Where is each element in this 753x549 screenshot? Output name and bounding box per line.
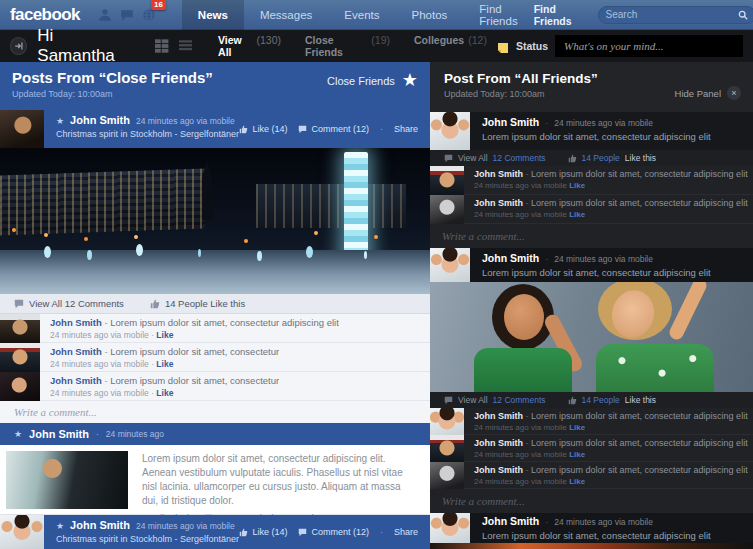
avatar[interactable] (430, 408, 464, 435)
star-icon[interactable]: ★ (402, 71, 418, 89)
greeting-bar: Hi Samantha View All (130) Close Friends… (0, 30, 753, 62)
enter-arrow-icon[interactable] (10, 37, 27, 55)
write-comment-input[interactable] (442, 495, 737, 507)
comment-author[interactable]: John Smith (474, 438, 523, 448)
comment-author[interactable]: John Smith (50, 375, 102, 386)
post-author[interactable]: John Smith (29, 428, 89, 440)
separator: - (526, 438, 529, 448)
avatar[interactable] (0, 515, 44, 549)
share-button[interactable]: Share (394, 527, 418, 537)
comment-like-link[interactable]: Like (569, 210, 585, 219)
close-icon[interactable]: × (727, 86, 741, 100)
find-friends-button[interactable]: Find Friends (534, 3, 586, 27)
comment-like-link[interactable]: Like (569, 181, 585, 190)
comment-author[interactable]: John Smith (474, 411, 523, 421)
hide-panel-label: Hide Panel (675, 88, 721, 99)
tab-view-all[interactable]: View All (130) (218, 34, 281, 58)
search-input[interactable] (606, 9, 738, 20)
nav-find-friends[interactable]: Find Friends (463, 0, 533, 30)
close-friends-filter[interactable]: Close Friends ★ (327, 71, 418, 110)
comment-meta: 24 minutes ago via mobile (474, 477, 567, 486)
post-photo-partial[interactable] (430, 543, 753, 549)
status-note-icon[interactable] (497, 40, 509, 52)
post-author[interactable]: John Smith (70, 114, 130, 126)
avatar[interactable] (430, 112, 470, 150)
hide-panel-button[interactable]: Hide Panel × (675, 74, 741, 112)
feed-tabs: View All (130) Close Friends (19) Colleg… (218, 34, 487, 58)
avatar[interactable] (6, 451, 128, 509)
avatar[interactable] (0, 372, 40, 401)
search-box[interactable] (598, 6, 753, 24)
nav-messages[interactable]: Messages (244, 0, 328, 30)
avatar[interactable] (0, 110, 44, 148)
tab-close-friends[interactable]: Close Friends (19) (305, 34, 390, 58)
like-button[interactable]: Like (14) (239, 124, 287, 134)
separator: - (104, 375, 107, 386)
avatar[interactable] (430, 462, 464, 489)
share-button[interactable]: Share (394, 124, 418, 134)
avatar[interactable] (430, 195, 464, 224)
tab-collegues[interactable]: Collegues (12) (414, 34, 487, 58)
friend-requests-icon[interactable] (98, 8, 112, 22)
comment-like-link[interactable]: Like (569, 477, 585, 486)
people-like-link[interactable]: 14 PeopleLike this (568, 153, 656, 163)
likes-count-link[interactable]: 14 People (582, 153, 620, 163)
comment-like-link[interactable]: Like (156, 388, 173, 398)
tab-label: View All (218, 34, 252, 58)
comment-author[interactable]: John Smith (50, 317, 102, 328)
comment-like-link[interactable]: Like (569, 450, 585, 459)
list-view-icon[interactable] (179, 39, 192, 53)
like-button[interactable]: Like (14) (239, 527, 287, 537)
star-icon: ★ (14, 429, 22, 439)
people-like-link[interactable]: 14 PeopleLike this (568, 395, 656, 405)
messages-icon[interactable] (120, 8, 134, 22)
notification-badge[interactable]: 16 (151, 0, 166, 10)
post-author[interactable]: John Smith (482, 515, 539, 527)
status-label[interactable]: Status (516, 40, 548, 52)
facebook-logo[interactable]: facebook (10, 5, 80, 25)
write-comment-input[interactable] (442, 230, 737, 242)
tab-label: Close Friends (305, 34, 367, 58)
people-like-link[interactable]: 14 People Like this (150, 298, 245, 309)
likes-count-link[interactable]: 14 People (582, 395, 620, 405)
comment-like-link[interactable]: Like (569, 423, 585, 432)
comments-count-link[interactable]: 12 Comments (493, 395, 546, 405)
comment-author[interactable]: John Smith (50, 346, 102, 357)
post-photo-friends[interactable] (430, 282, 753, 392)
view-all-comments-link[interactable]: View All12 Comments (444, 395, 546, 405)
comment-author[interactable]: John Smith (474, 198, 523, 208)
separator: · (151, 359, 154, 369)
view-all-comments-link[interactable]: View All 12 Comments (14, 298, 124, 309)
separator: - (104, 317, 107, 328)
comment-meta: 24 minutes ago via mobile (50, 359, 149, 369)
comment-button[interactable]: Comment (12) (298, 527, 369, 537)
status-composer: Status (497, 35, 743, 57)
separator: · (545, 254, 548, 264)
post-author[interactable]: John Smith (70, 519, 130, 531)
post-author[interactable]: John Smith (482, 252, 539, 264)
avatar[interactable] (430, 513, 470, 543)
write-comment-input[interactable] (14, 406, 409, 418)
search-icon[interactable] (738, 10, 748, 20)
comments-count-link[interactable]: 12 Comments (493, 153, 546, 163)
nav-photos[interactable]: Photos (395, 0, 463, 30)
avatar[interactable] (430, 248, 470, 282)
comment-author[interactable]: John Smith (474, 169, 523, 179)
view-all-comments-link[interactable]: View All12 Comments (444, 153, 546, 163)
nav-events[interactable]: Events (328, 0, 395, 30)
grid-view-icon[interactable] (155, 39, 168, 53)
comment-like-link[interactable]: Like (156, 359, 173, 369)
avatar[interactable] (430, 166, 464, 195)
avatar[interactable] (430, 435, 464, 462)
post-author[interactable]: John Smith (482, 116, 539, 128)
avatar[interactable] (0, 314, 40, 343)
post-photo-stockholm[interactable] (0, 148, 430, 294)
greeting-text: Hi Samantha (37, 26, 131, 66)
comment-button[interactable]: Comment (12) (298, 124, 369, 134)
comment-like-link[interactable]: Like (156, 330, 173, 340)
comment-author[interactable]: John Smith (474, 465, 523, 475)
nav-news[interactable]: News (182, 0, 244, 30)
avatar[interactable] (0, 343, 40, 372)
comment-row: John Smith - Lorem ipsum dolor sit amet,… (0, 343, 430, 372)
status-input[interactable] (555, 35, 743, 57)
